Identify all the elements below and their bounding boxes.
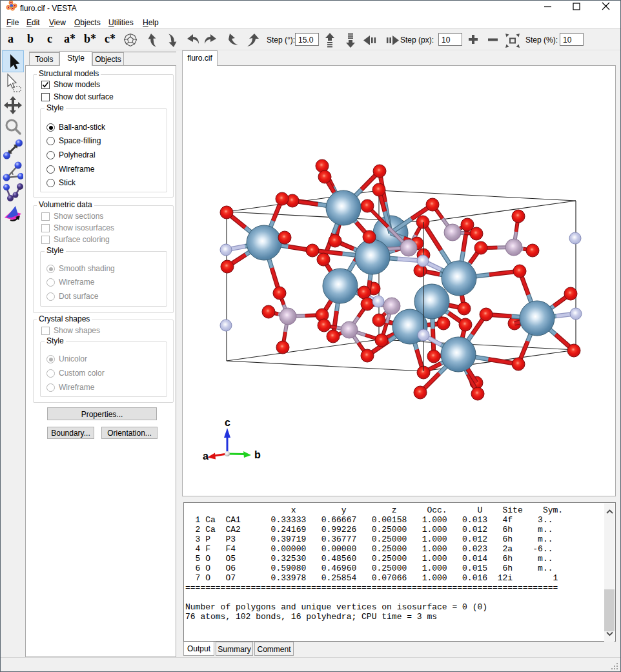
svg-text:c: c <box>225 417 230 428</box>
svg-text:b: b <box>254 449 261 460</box>
svg-text:a: a <box>203 451 209 462</box>
